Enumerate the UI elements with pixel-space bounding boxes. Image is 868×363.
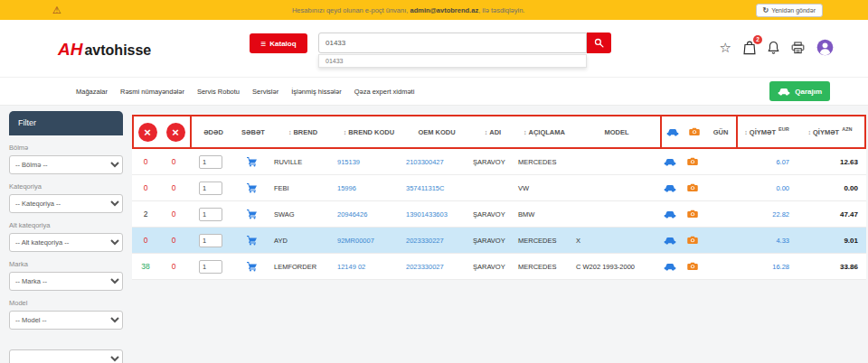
filter-select[interactable]: [9, 349, 123, 363]
nav-item[interactable]: İşlənmiş hissələr: [291, 88, 341, 96]
banner-text: , ilə təsdiqləyin.: [478, 6, 524, 14]
page: ⚠ Hesabınızı qeyd olunan e-poçt ünvanı, …: [0, 0, 868, 363]
oem-code-link[interactable]: 13901433603: [406, 210, 448, 219]
camera-icon: [689, 127, 700, 136]
days-cell: [703, 228, 734, 253]
logo[interactable]: AHavtohisse: [58, 40, 151, 60]
column-header-name[interactable]: ↕ADI: [470, 116, 515, 147]
brand-code-link[interactable]: 20946426: [337, 210, 367, 219]
brand-code-link[interactable]: 915139: [337, 158, 360, 166]
car-icon[interactable]: [658, 175, 681, 200]
filter-sidebar: Filter Bölmə -- Bölmə -- Kateqoriya -- K…: [9, 111, 123, 363]
name-cell: ŞARAVOY: [468, 149, 514, 174]
quantity-input[interactable]: [199, 234, 222, 247]
column-label: GÜN: [713, 128, 729, 136]
search-button[interactable]: [587, 33, 611, 53]
quantity-input[interactable]: [199, 182, 222, 195]
days-cell: [703, 254, 734, 279]
garage-button[interactable]: Qarajım: [769, 81, 830, 101]
add-to-cart-icon[interactable]: [246, 261, 258, 272]
add-to-cart-icon[interactable]: [246, 209, 258, 219]
banner-email: admin@avtobrend.az: [410, 6, 478, 14]
banner-message: Hesabınızı qeyd olunan e-poçt ünvanı, ad…: [61, 6, 756, 14]
sort-icon: ↕: [288, 129, 292, 135]
nav-item[interactable]: Servislər: [252, 88, 278, 96]
car-icon[interactable]: [658, 228, 681, 253]
nav-item[interactable]: Mağazalar: [76, 88, 108, 96]
currency-unit: EUR: [778, 126, 789, 132]
quantity-input[interactable]: [199, 260, 222, 274]
camera-icon[interactable]: [681, 175, 703, 200]
main-nav: MağazalarRəsmi nümayəndələrServis Robotu…: [0, 78, 868, 105]
menu-icon: ≡: [260, 39, 266, 49]
cart-bag-icon[interactable]: 2: [743, 41, 756, 55]
column-header-oem_code: OEM KODU: [403, 116, 470, 147]
garage-label: Qarajım: [795, 88, 822, 96]
quantity-input[interactable]: [199, 155, 222, 169]
quantity-input[interactable]: [199, 208, 222, 221]
model-cell: [571, 149, 658, 174]
camera-icon[interactable]: [681, 201, 703, 227]
table-row: 2 0 SWAG 20946426 13901433603 ŞARAVOY BM…: [132, 201, 866, 228]
car-icon[interactable]: [658, 201, 681, 227]
brand-code-link[interactable]: 92MR00007: [337, 237, 374, 245]
column-header-car: [660, 116, 683, 147]
suggestion-item[interactable]: 01433: [319, 55, 586, 67]
column-label: QİYMƏT: [813, 128, 839, 136]
filter-select[interactable]: -- Marka --: [9, 272, 123, 291]
model-cell: X: [571, 228, 658, 253]
cart-cell: [233, 254, 269, 279]
nav-item[interactable]: Servis Robotu: [197, 88, 240, 96]
add-to-cart-icon[interactable]: [246, 156, 258, 167]
column-header-desc[interactable]: ↕AÇIQLAMA: [515, 116, 573, 147]
table-row: 38 0 LEMFORDER 12149 02 2023330027 ŞARAV…: [132, 254, 866, 280]
column-header-brand_code[interactable]: ↕BREND KODU: [335, 116, 403, 147]
brand-code-link[interactable]: 15996: [337, 184, 356, 192]
description-cell: MERCEDES: [514, 149, 571, 174]
add-to-cart-icon[interactable]: [246, 235, 258, 246]
price-eur: 0.00: [734, 175, 794, 200]
filter-select[interactable]: -- Kateqoriya --: [9, 194, 123, 213]
brand-code-link[interactable]: 12149 02: [337, 263, 365, 271]
column-header-qty: ƏDƏD: [190, 116, 235, 147]
filter-group: Model -- Model --: [9, 299, 123, 330]
column-header-brand[interactable]: ↕BREND: [271, 116, 335, 147]
name-cell: ŞARAVOY: [468, 201, 514, 227]
resend-button[interactable]: ↻ Yenidən göndər: [756, 4, 824, 17]
oem-code-link[interactable]: 2103300427: [406, 158, 444, 166]
camera-icon[interactable]: [681, 149, 703, 174]
filter-select[interactable]: -- Alt kateqoriya --: [9, 233, 123, 252]
car-icon[interactable]: [658, 149, 681, 174]
price-azn: 47.47: [794, 201, 863, 227]
printer-icon[interactable]: [791, 42, 805, 54]
cart-cell: [233, 149, 269, 174]
filter-group: Marka -- Marka --: [9, 260, 123, 291]
column-header-price_eur[interactable]: ↕QİYMƏTEUR: [736, 116, 796, 147]
add-to-cart-icon[interactable]: [246, 182, 258, 193]
favorites-star-icon[interactable]: ☆: [720, 41, 731, 54]
column-header-price_azn[interactable]: ↕QİYMƏTAZN: [796, 116, 864, 147]
name-cell: ŞARAVOY: [468, 228, 514, 253]
oem-code-link[interactable]: 2023330027: [406, 263, 444, 271]
brand-cell: SWAG: [269, 201, 333, 227]
clear-cart-button[interactable]: ×: [161, 116, 190, 147]
filter-select[interactable]: -- Bölmə --: [9, 155, 123, 174]
notifications-bell-icon[interactable]: [768, 41, 779, 54]
user-avatar[interactable]: [816, 39, 834, 56]
days-cell: [703, 149, 734, 174]
oem-code-link[interactable]: 2023330227: [406, 237, 444, 245]
search: 01433: [318, 33, 611, 53]
camera-icon[interactable]: [681, 228, 703, 253]
camera-icon[interactable]: [681, 254, 703, 279]
search-input[interactable]: [318, 33, 587, 53]
clear-results-button[interactable]: ×: [134, 116, 161, 147]
nav-item[interactable]: Qəza expert xidməti: [354, 88, 415, 96]
car-icon[interactable]: [658, 254, 681, 279]
nav-item[interactable]: Rəsmi nümayəndələr: [120, 88, 184, 96]
search-suggestions: 01433: [318, 54, 587, 68]
filter-select[interactable]: -- Model --: [9, 311, 123, 330]
reserve-count: 0: [172, 236, 176, 245]
oem-code-link[interactable]: 357411315C: [406, 184, 444, 192]
catalog-button[interactable]: ≡ Kataloq: [250, 33, 307, 53]
quantity-cell: [188, 228, 233, 253]
